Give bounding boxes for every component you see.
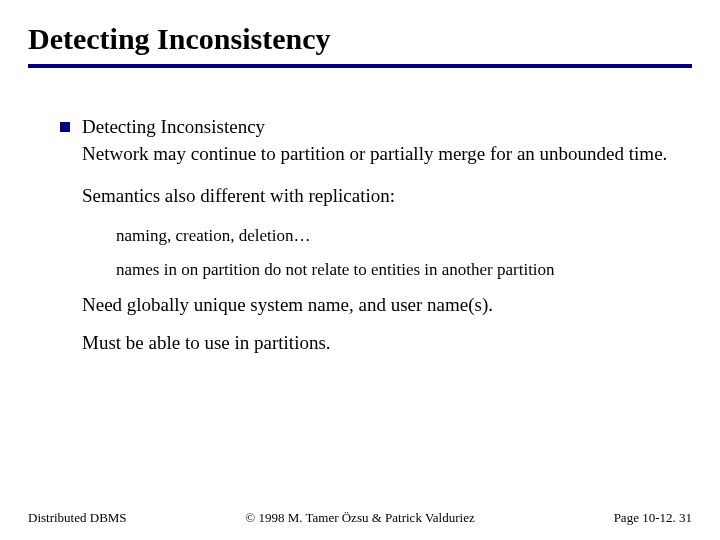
content-area: Detecting Inconsistency Network may cont… bbox=[28, 116, 692, 354]
body-line-2: Semantics also different with replicatio… bbox=[82, 184, 682, 208]
body-line-3: Need globally unique system name, and us… bbox=[82, 294, 682, 316]
slide-title: Detecting Inconsistency bbox=[28, 22, 692, 56]
title-rule bbox=[28, 64, 692, 68]
body-line-1: Network may continue to partition or par… bbox=[82, 142, 682, 166]
square-bullet-icon bbox=[60, 122, 70, 132]
footer-right: Page 10-12. 31 bbox=[614, 510, 692, 526]
bullet-item: Detecting Inconsistency bbox=[60, 116, 682, 138]
slide: Detecting Inconsistency Detecting Incons… bbox=[0, 0, 720, 540]
footer: Distributed DBMS © 1998 M. Tamer Özsu & … bbox=[0, 510, 720, 526]
body-line-4: Must be able to use in partitions. bbox=[82, 332, 682, 354]
footer-left: Distributed DBMS bbox=[28, 510, 127, 526]
sub-line-1: naming, creation, deletion… bbox=[116, 226, 682, 246]
sub-line-2: names in on partition do not relate to e… bbox=[116, 260, 682, 280]
bullet-heading: Detecting Inconsistency bbox=[82, 116, 265, 138]
